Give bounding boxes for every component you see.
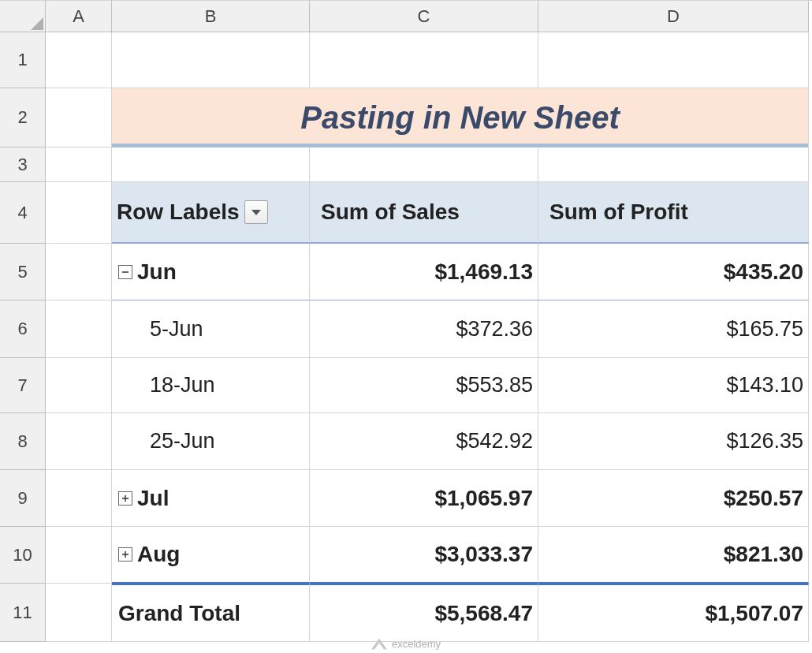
- col-header-a[interactable]: A: [46, 1, 112, 32]
- row-header-5[interactable]: 5: [0, 244, 46, 300]
- pivot-25jun-profit[interactable]: $126.35: [538, 413, 809, 470]
- group-aug-label: Aug: [137, 542, 180, 567]
- cell-a8[interactable]: [46, 413, 112, 470]
- pivot-grand-total-sales[interactable]: $5,568.47: [310, 584, 538, 642]
- watermark: exceldemy: [371, 638, 441, 650]
- row-header-7[interactable]: 7: [0, 358, 46, 413]
- cell-a10[interactable]: [46, 527, 112, 584]
- pivot-grand-total-profit[interactable]: $1,507.07: [538, 584, 809, 642]
- row-header-11[interactable]: 11: [0, 584, 46, 642]
- cell-b1[interactable]: [112, 32, 310, 88]
- row-header-6[interactable]: 6: [0, 300, 46, 358]
- watermark-text: exceldemy: [392, 638, 441, 650]
- row-header-8[interactable]: 8: [0, 413, 46, 470]
- page-title: Pasting in New Sheet: [300, 100, 620, 136]
- pivot-5jun-sales[interactable]: $372.36: [310, 300, 538, 358]
- pivot-detail-5jun[interactable]: 5-Jun: [112, 300, 310, 358]
- detail-25jun-label: 25-Jun: [150, 429, 215, 453]
- row-header-2[interactable]: 2: [0, 88, 46, 147]
- spreadsheet-grid: A B C D 1 2 Pasting in New Sheet 3 4 Row…: [0, 0, 812, 642]
- pivot-detail-18jun[interactable]: 18-Jun: [112, 358, 310, 413]
- cell-a11[interactable]: [46, 584, 112, 642]
- cell-a1[interactable]: [46, 32, 112, 88]
- pivot-jun-profit[interactable]: $435.20: [538, 244, 809, 300]
- cell-a6[interactable]: [46, 300, 112, 358]
- col-header-c[interactable]: C: [310, 1, 538, 32]
- cell-a3[interactable]: [46, 147, 112, 182]
- pivot-jul-sales[interactable]: $1,065.97: [310, 470, 538, 527]
- pivot-18jun-profit[interactable]: $143.10: [538, 358, 809, 413]
- row-header-4[interactable]: 4: [0, 182, 46, 244]
- pivot-grand-total[interactable]: Grand Total: [112, 584, 310, 642]
- pivot-25jun-sales[interactable]: $542.92: [310, 413, 538, 470]
- col-header-b[interactable]: B: [112, 1, 310, 32]
- detail-5jun-label: 5-Jun: [150, 317, 203, 341]
- pivot-group-jul[interactable]: Jul: [112, 470, 310, 527]
- expand-button-jul[interactable]: [118, 491, 132, 506]
- cell-a7[interactable]: [46, 358, 112, 413]
- row-header-3[interactable]: 3: [0, 147, 46, 182]
- cell-a2[interactable]: [46, 88, 112, 147]
- row-header-1[interactable]: 1: [0, 32, 46, 88]
- grand-total-label: Grand Total: [118, 601, 240, 626]
- watermark-logo-icon: [371, 639, 387, 650]
- cell-c1[interactable]: [310, 32, 538, 88]
- chevron-down-icon: [251, 210, 261, 215]
- detail-18jun-label: 18-Jun: [150, 373, 215, 397]
- title-merged-cell[interactable]: Pasting in New Sheet: [112, 88, 809, 147]
- select-all-triangle-icon: [31, 17, 43, 30]
- pivot-header-sum-sales[interactable]: Sum of Sales: [310, 182, 538, 244]
- row-labels-text: Row Labels: [117, 200, 240, 225]
- cell-d3[interactable]: [538, 147, 809, 182]
- cell-a9[interactable]: [46, 470, 112, 527]
- cell-a4[interactable]: [46, 182, 112, 244]
- pivot-header-row-labels[interactable]: Row Labels: [112, 182, 310, 244]
- cell-b3[interactable]: [112, 147, 310, 182]
- pivot-18jun-sales[interactable]: $553.85: [310, 358, 538, 413]
- title-underline: [112, 144, 808, 147]
- collapse-button-jun[interactable]: [118, 265, 132, 279]
- col-header-d[interactable]: D: [538, 1, 809, 32]
- sum-sales-text: Sum of Sales: [321, 200, 460, 225]
- pivot-aug-profit[interactable]: $821.30: [538, 527, 809, 584]
- pivot-5jun-profit[interactable]: $165.75: [538, 300, 809, 358]
- cell-d1[interactable]: [538, 32, 809, 88]
- expand-button-aug[interactable]: [118, 547, 132, 562]
- group-jul-label: Jul: [137, 486, 169, 511]
- row-header-10[interactable]: 10: [0, 527, 46, 584]
- filter-dropdown-button[interactable]: [244, 200, 268, 224]
- pivot-group-jun[interactable]: Jun: [112, 244, 310, 300]
- row-header-9[interactable]: 9: [0, 470, 46, 527]
- group-jun-label: Jun: [137, 259, 177, 285]
- pivot-header-sum-profit[interactable]: Sum of Profit: [538, 182, 809, 244]
- sum-profit-text: Sum of Profit: [549, 200, 688, 225]
- pivot-aug-sales[interactable]: $3,033.37: [310, 527, 538, 584]
- pivot-jul-profit[interactable]: $250.57: [538, 470, 809, 527]
- pivot-detail-25jun[interactable]: 25-Jun: [112, 413, 310, 470]
- pivot-jun-sales[interactable]: $1,469.13: [310, 244, 538, 300]
- select-all-corner[interactable]: [0, 1, 46, 32]
- pivot-group-aug[interactable]: Aug: [112, 527, 310, 584]
- cell-c3[interactable]: [310, 147, 538, 182]
- cell-a5[interactable]: [46, 244, 112, 300]
